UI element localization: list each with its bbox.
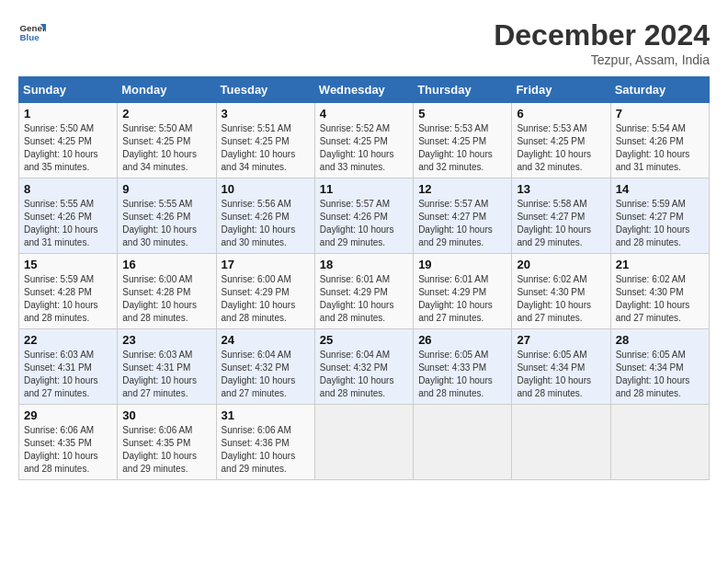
- day-info: Sunrise: 5:59 AM Sunset: 4:28 PM Dayligh…: [24, 273, 112, 325]
- day-info: Sunrise: 6:02 AM Sunset: 4:30 PM Dayligh…: [517, 273, 605, 325]
- day-number: 19: [418, 258, 506, 271]
- day-info: Sunrise: 6:06 AM Sunset: 4:35 PM Dayligh…: [122, 424, 210, 476]
- day-info: Sunrise: 6:01 AM Sunset: 4:29 PM Dayligh…: [418, 273, 506, 325]
- table-row: 24Sunrise: 6:04 AM Sunset: 4:32 PM Dayli…: [216, 329, 314, 405]
- table-row: 23Sunrise: 6:03 AM Sunset: 4:31 PM Dayli…: [118, 329, 216, 405]
- day-info: Sunrise: 5:57 AM Sunset: 4:26 PM Dayligh…: [320, 198, 408, 249]
- table-row: 3Sunrise: 5:51 AM Sunset: 4:25 PM Daylig…: [216, 103, 314, 178]
- day-number: 28: [616, 333, 704, 347]
- title-area: December 2024 Tezpur, Assam, India: [494, 18, 710, 67]
- table-row: 30Sunrise: 6:06 AM Sunset: 4:35 PM Dayli…: [118, 405, 216, 480]
- day-number: 13: [517, 182, 605, 196]
- table-row: 13Sunrise: 5:58 AM Sunset: 4:27 PM Dayli…: [512, 178, 610, 254]
- day-number: 23: [122, 333, 210, 347]
- day-info: Sunrise: 5:53 AM Sunset: 4:25 PM Dayligh…: [418, 122, 506, 174]
- table-row: 17Sunrise: 6:00 AM Sunset: 4:29 PM Dayli…: [216, 254, 314, 329]
- calendar-table: SundayMondayTuesdayWednesdayThursdayFrid…: [18, 76, 710, 480]
- table-row: 16Sunrise: 6:00 AM Sunset: 4:28 PM Dayli…: [118, 254, 216, 329]
- table-row: 26Sunrise: 6:05 AM Sunset: 4:33 PM Dayli…: [414, 329, 512, 405]
- day-number: 3: [222, 107, 310, 121]
- table-row: 28Sunrise: 6:05 AM Sunset: 4:34 PM Dayli…: [610, 329, 709, 405]
- day-number: 15: [24, 258, 112, 271]
- table-row: 14Sunrise: 5:59 AM Sunset: 4:27 PM Dayli…: [610, 178, 709, 254]
- day-number: 24: [222, 333, 310, 347]
- day-info: Sunrise: 6:00 AM Sunset: 4:28 PM Dayligh…: [122, 273, 210, 325]
- col-header-monday: Monday: [118, 77, 216, 103]
- svg-text:Blue: Blue: [20, 32, 40, 42]
- col-header-saturday: Saturday: [610, 77, 709, 103]
- col-header-friday: Friday: [512, 77, 610, 103]
- table-row: [414, 405, 512, 480]
- table-row: 1Sunrise: 5:50 AM Sunset: 4:25 PM Daylig…: [19, 103, 118, 178]
- day-info: Sunrise: 6:06 AM Sunset: 4:36 PM Dayligh…: [222, 424, 310, 476]
- day-info: Sunrise: 6:04 AM Sunset: 4:32 PM Dayligh…: [222, 349, 310, 400]
- day-info: Sunrise: 5:58 AM Sunset: 4:27 PM Dayligh…: [517, 198, 605, 249]
- day-number: 29: [24, 408, 112, 422]
- day-number: 26: [418, 333, 506, 347]
- day-info: Sunrise: 5:53 AM Sunset: 4:25 PM Dayligh…: [517, 122, 605, 174]
- table-row: 11Sunrise: 5:57 AM Sunset: 4:26 PM Dayli…: [314, 178, 413, 254]
- day-number: 17: [222, 258, 310, 271]
- col-header-thursday: Thursday: [414, 77, 512, 103]
- day-number: 16: [122, 258, 210, 271]
- day-info: Sunrise: 5:52 AM Sunset: 4:25 PM Dayligh…: [320, 122, 408, 174]
- col-header-wednesday: Wednesday: [314, 77, 413, 103]
- header: General Blue December 2024 Tezpur, Assam…: [18, 18, 710, 67]
- day-number: 14: [616, 182, 704, 196]
- day-info: Sunrise: 5:54 AM Sunset: 4:26 PM Dayligh…: [616, 122, 704, 174]
- table-row: 18Sunrise: 6:01 AM Sunset: 4:29 PM Dayli…: [314, 254, 413, 329]
- col-header-tuesday: Tuesday: [216, 77, 314, 103]
- table-row: [314, 405, 413, 480]
- table-row: 8Sunrise: 5:55 AM Sunset: 4:26 PM Daylig…: [19, 178, 118, 254]
- day-number: 8: [24, 182, 112, 196]
- table-row: 22Sunrise: 6:03 AM Sunset: 4:31 PM Dayli…: [19, 329, 118, 405]
- table-row: 25Sunrise: 6:04 AM Sunset: 4:32 PM Dayli…: [314, 329, 413, 405]
- day-info: Sunrise: 5:51 AM Sunset: 4:25 PM Dayligh…: [222, 122, 310, 174]
- day-number: 7: [616, 107, 704, 121]
- day-number: 11: [320, 182, 408, 196]
- table-row: 7Sunrise: 5:54 AM Sunset: 4:26 PM Daylig…: [610, 103, 709, 178]
- day-info: Sunrise: 5:50 AM Sunset: 4:25 PM Dayligh…: [24, 122, 112, 174]
- table-row: 5Sunrise: 5:53 AM Sunset: 4:25 PM Daylig…: [414, 103, 512, 178]
- table-row: 27Sunrise: 6:05 AM Sunset: 4:34 PM Dayli…: [512, 329, 610, 405]
- day-info: Sunrise: 5:50 AM Sunset: 4:25 PM Dayligh…: [122, 122, 210, 174]
- table-row: 2Sunrise: 5:50 AM Sunset: 4:25 PM Daylig…: [118, 103, 216, 178]
- day-info: Sunrise: 5:56 AM Sunset: 4:26 PM Dayligh…: [222, 198, 310, 249]
- day-info: Sunrise: 6:03 AM Sunset: 4:31 PM Dayligh…: [24, 349, 112, 400]
- col-header-sunday: Sunday: [19, 77, 118, 103]
- day-info: Sunrise: 6:06 AM Sunset: 4:35 PM Dayligh…: [24, 424, 112, 476]
- day-number: 20: [517, 258, 605, 271]
- day-number: 4: [320, 107, 408, 121]
- table-row: 6Sunrise: 5:53 AM Sunset: 4:25 PM Daylig…: [512, 103, 610, 178]
- day-number: 10: [222, 182, 310, 196]
- table-row: 4Sunrise: 5:52 AM Sunset: 4:25 PM Daylig…: [314, 103, 413, 178]
- logo: General Blue: [18, 18, 46, 46]
- day-number: 25: [320, 333, 408, 347]
- day-info: Sunrise: 5:57 AM Sunset: 4:27 PM Dayligh…: [418, 198, 506, 249]
- table-row: 21Sunrise: 6:02 AM Sunset: 4:30 PM Dayli…: [610, 254, 709, 329]
- day-info: Sunrise: 5:59 AM Sunset: 4:27 PM Dayligh…: [616, 198, 704, 249]
- day-number: 30: [122, 408, 210, 422]
- day-info: Sunrise: 6:05 AM Sunset: 4:34 PM Dayligh…: [616, 349, 704, 400]
- day-number: 31: [222, 408, 310, 422]
- day-number: 5: [418, 107, 506, 121]
- month-title: December 2024: [494, 18, 710, 52]
- day-info: Sunrise: 6:04 AM Sunset: 4:32 PM Dayligh…: [320, 349, 408, 400]
- day-number: 21: [616, 258, 704, 271]
- day-number: 9: [122, 182, 210, 196]
- day-info: Sunrise: 6:05 AM Sunset: 4:33 PM Dayligh…: [418, 349, 506, 400]
- day-info: Sunrise: 5:55 AM Sunset: 4:26 PM Dayligh…: [24, 198, 112, 249]
- logo-icon: General Blue: [18, 18, 46, 46]
- day-info: Sunrise: 6:05 AM Sunset: 4:34 PM Dayligh…: [517, 349, 605, 400]
- table-row: 20Sunrise: 6:02 AM Sunset: 4:30 PM Dayli…: [512, 254, 610, 329]
- day-info: Sunrise: 6:02 AM Sunset: 4:30 PM Dayligh…: [616, 273, 704, 325]
- day-number: 18: [320, 258, 408, 271]
- day-number: 6: [517, 107, 605, 121]
- day-number: 2: [122, 107, 210, 121]
- day-number: 1: [24, 107, 112, 121]
- table-row: [512, 405, 610, 480]
- table-row: 31Sunrise: 6:06 AM Sunset: 4:36 PM Dayli…: [216, 405, 314, 480]
- table-row: 10Sunrise: 5:56 AM Sunset: 4:26 PM Dayli…: [216, 178, 314, 254]
- table-row: 15Sunrise: 5:59 AM Sunset: 4:28 PM Dayli…: [19, 254, 118, 329]
- table-row: [610, 405, 709, 480]
